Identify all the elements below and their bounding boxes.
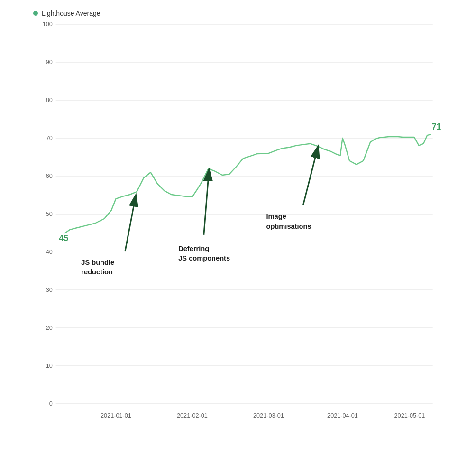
svg-text:100: 100: [43, 21, 53, 28]
chart-container: Lighthouse Average 100 90 80 70 60 50: [0, 0, 458, 476]
legend-dot: [33, 11, 38, 16]
svg-text:60: 60: [46, 173, 53, 179]
annotation-label-image-2: optimisations: [266, 223, 311, 230]
chart-svg: 100 90 80 70 60 50 40 30 20 10 0 2021-01…: [28, 24, 449, 441]
chart-legend: Lighthouse Average: [28, 9, 449, 17]
start-value-label: 45: [59, 233, 68, 243]
chart-area: 100 90 80 70 60 50 40 30 20 10 0 2021-01…: [28, 24, 449, 441]
annotation-arrow-image: [303, 154, 316, 205]
svg-text:10: 10: [46, 363, 53, 369]
svg-text:2021-02-01: 2021-02-01: [177, 412, 208, 419]
svg-text:50: 50: [46, 211, 53, 217]
annotation-arrow-deferring: [204, 177, 209, 235]
annotation-label-image-1: Image: [266, 213, 286, 220]
legend-label: Lighthouse Average: [42, 9, 101, 17]
annotation-arrow-js-bundle: [125, 203, 135, 251]
annotation-label-deferring-2: JS components: [178, 254, 230, 262]
svg-text:20: 20: [46, 325, 53, 331]
svg-text:30: 30: [46, 287, 53, 293]
svg-text:2021-01-01: 2021-01-01: [101, 412, 131, 419]
svg-text:70: 70: [46, 135, 53, 141]
svg-text:2021-05-01: 2021-05-01: [394, 412, 425, 419]
chart-line: [65, 134, 431, 233]
svg-text:reduction: reduction: [81, 268, 113, 276]
svg-text:80: 80: [46, 97, 53, 103]
svg-text:2021-03-01: 2021-03-01: [253, 412, 284, 419]
svg-text:2021-04-01: 2021-04-01: [327, 412, 358, 419]
svg-text:90: 90: [46, 59, 53, 65]
annotation-label-js-bundle: JS bundle: [81, 259, 114, 266]
svg-text:40: 40: [46, 249, 53, 255]
svg-text:0: 0: [49, 401, 53, 407]
annotation-label-deferring-1: Deferring: [178, 245, 209, 252]
end-value-label: 71: [432, 122, 441, 131]
